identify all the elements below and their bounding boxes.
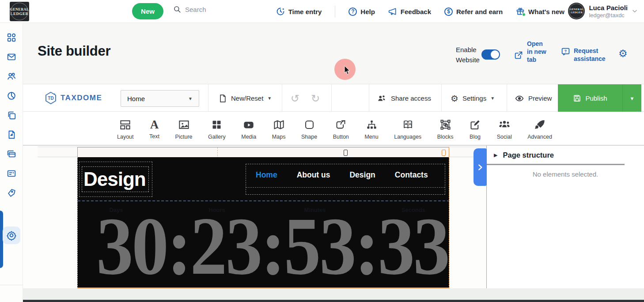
sidebar-item-documents[interactable] <box>7 110 16 120</box>
user-name: Luca Pacioli <box>589 4 628 12</box>
sidebar <box>0 23 23 302</box>
chevron-right-icon <box>477 164 484 171</box>
picture-icon <box>178 119 190 131</box>
sidebar-item-time[interactable] <box>7 91 16 101</box>
top-menu: Time entry ? Help Feedback $ Refer and e… <box>276 0 564 23</box>
element-shape[interactable]: Shape <box>301 112 317 146</box>
enable-website-toggle[interactable] <box>481 49 500 60</box>
new-reset-label: New/Reset <box>231 94 263 102</box>
menu-sitemap-icon <box>366 119 378 131</box>
firm-logo[interactable]: GENERAL LEDGER <box>10 2 29 21</box>
refer-and-earn-label: Refer and earn <box>456 8 503 15</box>
countdown-timer[interactable]: 30:23:53:33 <box>96 208 431 283</box>
sidebar-item-tags[interactable] <box>7 188 16 198</box>
sidebar-item-billing[interactable] <box>7 149 16 159</box>
element-blog[interactable]: Blog <box>469 112 481 146</box>
publish-button[interactable]: Publish ▼ <box>558 84 641 112</box>
nav-block-selection[interactable]: Home About us Design Contacts <box>246 164 445 195</box>
feedback-button[interactable]: Feedback <box>388 7 431 16</box>
blocks-icon <box>439 119 451 131</box>
button-icon <box>335 119 347 131</box>
user-menu[interactable]: GENERAL LEDGER Luca Pacioli ledger@taxdo <box>568 3 638 19</box>
refer-and-earn-button[interactable]: $ Refer and earn <box>444 8 503 16</box>
footer-strip <box>23 288 644 300</box>
site-nav-home[interactable]: Home <box>256 170 277 180</box>
request-assistance-link[interactable]: ? Request assistance <box>561 47 609 63</box>
page-select[interactable]: Home ▼ <box>121 90 199 107</box>
element-button[interactable]: Button <box>333 112 349 146</box>
site-nav-about-us[interactable]: About us <box>297 170 330 180</box>
element-label: Picture <box>175 134 193 140</box>
svg-text:TD: TD <box>48 96 53 101</box>
element-label: Advanced <box>527 134 552 140</box>
search-box[interactable] <box>173 5 251 13</box>
rocket-icon <box>534 119 546 131</box>
page-structure-header[interactable]: ▶ Page structure <box>487 146 644 164</box>
share-access-button[interactable]: Share access <box>376 84 431 112</box>
search-input[interactable] <box>185 6 251 13</box>
sidebar-item-inbox[interactable] <box>7 52 16 62</box>
new-page-icon <box>218 94 227 103</box>
whats-new-button[interactable]: What's new <box>516 7 564 16</box>
site-header-section[interactable]: Design Home About us Design Contacts <box>78 157 449 201</box>
new-reset-button[interactable]: New/Reset ▼ <box>218 84 272 112</box>
sidebar-item-templates[interactable] <box>7 130 16 140</box>
element-blocks[interactable]: Blocks <box>437 112 454 146</box>
element-menu[interactable]: Menu <box>364 112 378 146</box>
logo-block-selection[interactable]: Design <box>79 162 152 197</box>
phone-breakpoint-icon-active[interactable] <box>442 150 446 156</box>
element-gallery[interactable]: Gallery <box>208 112 226 146</box>
caret-down-icon: ▼ <box>188 96 193 101</box>
blog-icon <box>469 119 481 131</box>
help-button[interactable]: ? Help <box>349 8 375 16</box>
sidebar-item-dashboard[interactable] <box>7 33 16 42</box>
feedback-label: Feedback <box>401 8 431 15</box>
site-nav-contacts[interactable]: Contacts <box>395 170 428 180</box>
website-canvas[interactable]: Design Home About us Design Contacts Day… <box>77 157 449 288</box>
preview-button[interactable]: Preview <box>515 84 552 112</box>
share-access-label: Share access <box>391 94 431 102</box>
site-builder-settings-gear-icon[interactable]: ⚙ <box>618 49 628 59</box>
element-social[interactable]: Social <box>497 112 512 146</box>
element-label: Layout <box>117 134 134 140</box>
ruler-guide <box>217 147 218 158</box>
element-label: Gallery <box>208 134 226 140</box>
time-entry-button[interactable]: Time entry <box>276 7 322 16</box>
phone-breakpoint-icon[interactable] <box>344 150 348 156</box>
publish-dropdown-caret[interactable]: ▼ <box>623 96 641 101</box>
toolbar-divider <box>441 84 442 111</box>
svg-text:A: A <box>409 121 411 126</box>
element-media[interactable]: Media <box>241 112 256 146</box>
enable-website-label: Enable Website <box>456 45 483 65</box>
open-in-new-tab-link[interactable]: Open in new tab <box>514 39 546 64</box>
page-select-value: Home <box>127 95 145 102</box>
whats-new-badge <box>522 13 526 16</box>
selected-section-ruler <box>77 147 449 158</box>
people-icon <box>376 94 387 103</box>
undo-button[interactable]: ↺ <box>291 84 299 112</box>
element-languages[interactable]: A Languages <box>394 112 421 146</box>
element-maps[interactable]: Maps <box>272 112 286 146</box>
site-logo-text[interactable]: Design <box>82 168 146 190</box>
firm-logo-ring <box>11 3 28 20</box>
element-label: Button <box>333 134 349 140</box>
logo-text-selection[interactable]: Design <box>82 166 149 192</box>
panel-collapse-button[interactable] <box>474 148 487 186</box>
settings-button[interactable]: ⚙ Settings ▼ <box>451 84 495 112</box>
sidebar-item-settings[interactable] <box>6 230 17 241</box>
element-layout[interactable]: Layout <box>117 112 134 146</box>
media-icon <box>242 119 255 131</box>
element-advanced[interactable]: Advanced <box>527 112 552 146</box>
element-label: Languages <box>394 134 421 140</box>
element-label: Maps <box>272 134 286 140</box>
taxdome-hexagon-icon: TD <box>44 91 57 105</box>
element-text[interactable]: A Text <box>149 112 159 146</box>
site-nav-design[interactable]: Design <box>349 170 375 180</box>
sidebar-item-clients[interactable] <box>7 72 16 81</box>
element-picture[interactable]: Picture <box>175 112 193 146</box>
redo-button[interactable]: ↻ <box>311 84 320 112</box>
taxdome-logo: TD TAXDOME <box>44 91 102 105</box>
new-button[interactable]: New <box>132 3 163 19</box>
sidebar-item-invoices[interactable] <box>7 169 16 178</box>
request-assistance-label: Request assistance <box>574 47 609 63</box>
